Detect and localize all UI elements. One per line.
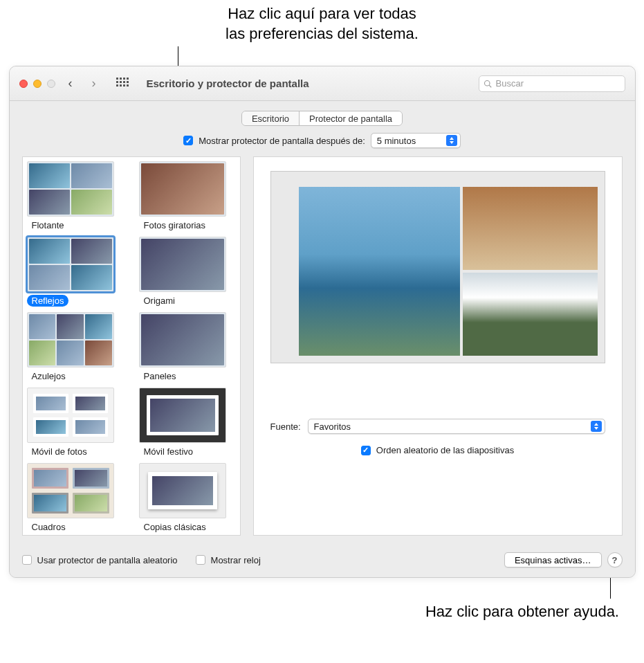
screensaver-item-cuadros[interactable]: Cuadros xyxy=(27,463,124,533)
help-button[interactable]: ? xyxy=(607,552,623,567)
source-label: Fuente: xyxy=(270,421,301,432)
show-all-icon[interactable] xyxy=(116,78,129,90)
search-placeholder: Buscar xyxy=(496,78,524,89)
thumb-label: Origami xyxy=(139,295,181,307)
thumb-label: Cuadros xyxy=(27,521,71,533)
preview-tile xyxy=(463,187,598,270)
preview-tile xyxy=(463,273,598,356)
screensaver-preview xyxy=(270,171,605,363)
back-button[interactable]: ‹ xyxy=(62,76,79,91)
screensaver-item-fotos-giratorias[interactable]: Fotos giratorias xyxy=(139,161,236,231)
screensaver-item-origami[interactable]: Origami xyxy=(139,237,236,307)
thumb-label: Móvil festivo xyxy=(139,446,199,457)
tab-segmented: Escritorio Protector de pantalla xyxy=(22,111,623,126)
random-saver-label: Usar protector de pantalla aleatorio xyxy=(37,555,178,565)
screensaver-item-movil-festivo[interactable]: Móvil festivo xyxy=(139,388,236,457)
preferences-window: ‹ › Escritorio y protector de pantalla B… xyxy=(9,66,636,578)
screensaver-item-azulejos[interactable]: Azulejos xyxy=(27,312,124,382)
source-row: Fuente: Favoritos xyxy=(270,419,605,434)
callout-line xyxy=(610,578,611,599)
svg-line-1 xyxy=(489,85,491,87)
forward-button[interactable]: › xyxy=(86,76,102,91)
thumb-label: Móvil de fotos xyxy=(27,446,92,457)
tab-desktop[interactable]: Escritorio xyxy=(242,111,300,125)
screensaver-item-movil-fotos[interactable]: Móvil de fotos xyxy=(27,388,124,457)
callout-line xyxy=(178,46,178,66)
thumb-label: Fotos giratorias xyxy=(139,219,211,231)
random-slides-label: Orden aleatorio de las diapositivas xyxy=(376,445,514,455)
hot-corners-button[interactable]: Esquinas activas… xyxy=(504,552,602,567)
preview-pane: Fuente: Favoritos Orden aleatorio de las… xyxy=(253,156,623,536)
screensaver-list[interactable]: Flotante Fotos giratorias Reflejos Origa… xyxy=(22,156,241,536)
source-popup[interactable]: Favoritos xyxy=(308,419,605,434)
thumb-label: Azulejos xyxy=(27,370,71,382)
screensaver-item-reflejos[interactable]: Reflejos xyxy=(27,237,124,307)
minimize-button[interactable] xyxy=(33,80,42,88)
preview-tile xyxy=(299,187,460,356)
window-title: Escritorio y protector de pantalla xyxy=(147,78,472,89)
show-after-popup[interactable]: 5 minutos xyxy=(371,133,461,148)
random-saver-checkbox[interactable] xyxy=(22,555,32,565)
tab-screensaver[interactable]: Protector de pantalla xyxy=(300,111,402,125)
show-after-value: 5 minutos xyxy=(377,136,416,146)
traffic-lights xyxy=(19,80,55,88)
thumb-label: Paneles xyxy=(139,370,181,382)
search-input[interactable]: Buscar xyxy=(479,75,625,92)
show-after-label: Mostrar protector de pantalla después de… xyxy=(199,136,365,146)
content-area: Escritorio Protector de pantalla Mostrar… xyxy=(10,101,635,545)
random-slides-checkbox[interactable] xyxy=(361,446,371,455)
show-clock-label: Mostrar reloj xyxy=(211,555,261,565)
thumb-label: Copias clásicas xyxy=(139,521,211,533)
screensaver-item-flotante[interactable]: Flotante xyxy=(27,161,124,231)
screensaver-item-copias-clasicas[interactable]: Copias clásicas xyxy=(139,463,236,533)
toolbar: ‹ › Escritorio y protector de pantalla B… xyxy=(10,66,635,101)
popup-arrows-icon xyxy=(446,135,457,146)
callout-bottom: Haz clic para obtener ayuda. xyxy=(0,599,644,625)
close-button[interactable] xyxy=(19,80,28,88)
show-clock-checkbox[interactable] xyxy=(196,555,205,565)
screensaver-item-paneles[interactable]: Paneles xyxy=(139,312,236,382)
random-slides-row: Orden aleatorio de las diapositivas xyxy=(270,445,605,455)
bottom-bar: Usar protector de pantalla aleatorio Mos… xyxy=(10,545,635,577)
thumb-label: Flotante xyxy=(27,219,69,231)
source-value: Favoritos xyxy=(314,421,351,432)
thumb-label: Reflejos xyxy=(27,295,69,307)
popup-arrows-icon xyxy=(591,421,602,432)
show-after-row: Mostrar protector de pantalla después de… xyxy=(22,133,623,148)
callout-top: Haz clic aquí para ver todas las prefere… xyxy=(0,0,644,44)
search-icon xyxy=(484,80,492,88)
show-after-checkbox[interactable] xyxy=(183,136,193,145)
svg-point-0 xyxy=(484,80,490,86)
zoom-button[interactable] xyxy=(47,80,55,88)
